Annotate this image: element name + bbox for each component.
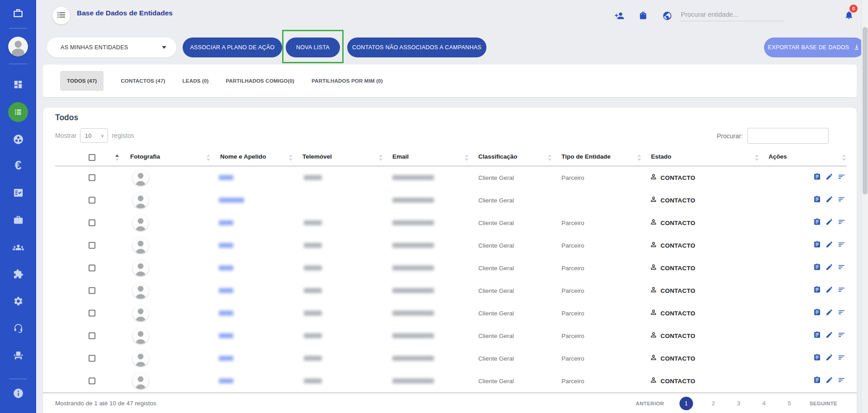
select-all-checkbox[interactable] [89, 154, 95, 161]
next-page-button[interactable]: SEGUINTE [810, 401, 837, 406]
entity-search-input[interactable] [680, 9, 784, 21]
bag-icon[interactable] [638, 11, 648, 21]
col-estado[interactable]: Estado [651, 153, 671, 160]
name-redacted-link[interactable] [219, 311, 233, 316]
sort-toggle[interactable] [755, 154, 759, 161]
row-checkbox[interactable] [89, 174, 95, 181]
tab-partilhados-por-mim[interactable]: PARTILHADOS POR MIM (0) [311, 71, 383, 91]
sort-toggle[interactable] [379, 154, 382, 161]
name-redacted-link[interactable] [219, 175, 233, 180]
page-button-3[interactable]: 3 [734, 400, 744, 407]
sort-lines-icon[interactable] [838, 241, 845, 250]
page-size-select[interactable]: 10 ∨ [80, 128, 108, 143]
entity-filter-select[interactable]: AS MINHAS ENTIDADES [47, 38, 176, 57]
prev-page-button[interactable]: ANTERIOR [636, 401, 664, 406]
name-redacted-link[interactable] [219, 198, 244, 203]
sidebar-item-team[interactable] [0, 242, 36, 253]
col-email[interactable]: Email [392, 153, 409, 160]
col-classificacao[interactable]: Classificação [478, 153, 517, 160]
tab-partilhados-comigo[interactable]: PARTILHADOS COMIGO(0) [226, 71, 295, 91]
row-checkbox[interactable] [89, 310, 95, 317]
table-search-input[interactable] [747, 128, 829, 144]
sort-toggle[interactable] [207, 154, 210, 161]
col-telemovel[interactable]: Telemóvel [302, 153, 332, 160]
edit-pencil-icon[interactable] [826, 241, 833, 250]
sort-lines-icon[interactable] [838, 263, 845, 273]
edit-pencil-icon[interactable] [826, 286, 833, 296]
row-checkbox[interactable] [89, 378, 95, 385]
clipboard-icon[interactable] [813, 354, 821, 363]
globe-icon[interactable] [662, 11, 672, 21]
edit-pencil-icon[interactable] [826, 309, 833, 318]
name-redacted-link[interactable] [219, 221, 233, 225]
row-checkbox[interactable] [89, 197, 95, 204]
sidebar-item-dashboard[interactable] [0, 80, 36, 89]
edit-pencil-icon[interactable] [826, 173, 833, 183]
tab-todos[interactable]: TODOS (47) [60, 71, 104, 91]
add-person-icon[interactable] [614, 11, 624, 21]
name-redacted-link[interactable] [219, 356, 233, 361]
sidebar-item-contacts[interactable] [0, 134, 36, 145]
sort-toggle[interactable] [842, 154, 846, 161]
edit-pencil-icon[interactable] [826, 331, 833, 341]
name-redacted-link[interactable] [219, 266, 233, 271]
scrollbar-thumb[interactable] [863, 27, 868, 194]
name-redacted-link[interactable] [219, 243, 233, 248]
sort-lines-icon[interactable] [838, 196, 845, 205]
edit-pencil-icon[interactable] [826, 354, 833, 363]
sort-toggle[interactable] [289, 154, 292, 161]
page-button-2[interactable]: 2 [708, 400, 718, 407]
tab-leads[interactable]: LEADS (0) [183, 71, 209, 91]
clipboard-icon[interactable] [813, 309, 821, 318]
sort-lines-icon[interactable] [838, 376, 845, 386]
tab-contactos[interactable]: CONTACTOS (47) [121, 71, 165, 91]
sort-lines-icon[interactable] [838, 286, 845, 296]
col-tipo-entidade[interactable]: Tipo de Entidade [561, 153, 611, 160]
col-acoes[interactable]: Ações [769, 153, 787, 160]
sidebar-item-entities-active[interactable] [0, 102, 36, 122]
page-button-4[interactable]: 4 [759, 400, 769, 407]
name-redacted-link[interactable] [219, 333, 233, 338]
row-checkbox[interactable] [89, 242, 95, 249]
clipboard-icon[interactable] [813, 263, 821, 273]
name-redacted-link[interactable] [219, 379, 233, 384]
contacts-not-associated-button[interactable]: CONTATOS NÃO ASSOCIADOS A CAMPANHAS [347, 38, 486, 57]
clipboard-icon[interactable] [813, 286, 821, 296]
sidebar-item-integrations[interactable] [0, 269, 36, 279]
notification-badge[interactable]: 0 [849, 5, 858, 13]
sort-toggle[interactable] [115, 154, 119, 161]
menu-toggle-button[interactable] [52, 7, 70, 24]
row-checkbox[interactable] [89, 220, 95, 226]
clipboard-icon[interactable] [813, 196, 821, 205]
sidebar-item-portfolio[interactable] [0, 215, 36, 225]
edit-pencil-icon[interactable] [826, 218, 833, 228]
sort-toggle[interactable] [637, 154, 641, 161]
row-checkbox[interactable] [89, 355, 95, 362]
sidebar-item-finance[interactable]: € [0, 159, 36, 172]
sort-toggle[interactable] [548, 154, 552, 161]
sidebar-item-workstation[interactable] [0, 350, 36, 361]
edit-pencil-icon[interactable] [826, 263, 833, 273]
row-checkbox[interactable] [89, 287, 95, 294]
sort-lines-icon[interactable] [838, 173, 845, 183]
row-checkbox[interactable] [89, 333, 95, 339]
sidebar-item-settings[interactable] [0, 296, 36, 306]
associate-action-plan-button[interactable]: ASSOCIAR A PLANO DE AÇÃO [183, 38, 282, 57]
page-button-5[interactable]: 5 [784, 400, 794, 407]
sort-lines-icon[interactable] [838, 331, 845, 341]
sidebar-item-support[interactable] [0, 323, 36, 333]
export-database-button[interactable]: EXPORTAR BASE DE DADOS [764, 38, 864, 57]
sort-lines-icon[interactable] [838, 354, 845, 363]
col-nome[interactable]: Nome e Apelido [220, 153, 266, 160]
edit-pencil-icon[interactable] [826, 196, 833, 205]
col-fotografia[interactable]: Fotografia [130, 153, 160, 160]
sidebar-item-workspace[interactable] [0, 7, 36, 19]
sidebar-item-tasks[interactable] [0, 188, 36, 198]
new-list-button[interactable]: NOVA LISTA [286, 38, 340, 57]
name-redacted-link[interactable] [219, 288, 233, 293]
clipboard-icon[interactable] [813, 173, 821, 183]
sort-lines-icon[interactable] [838, 309, 845, 318]
sidebar-item-info[interactable] [0, 388, 36, 399]
clipboard-icon[interactable] [813, 241, 821, 250]
sort-lines-icon[interactable] [838, 218, 845, 228]
